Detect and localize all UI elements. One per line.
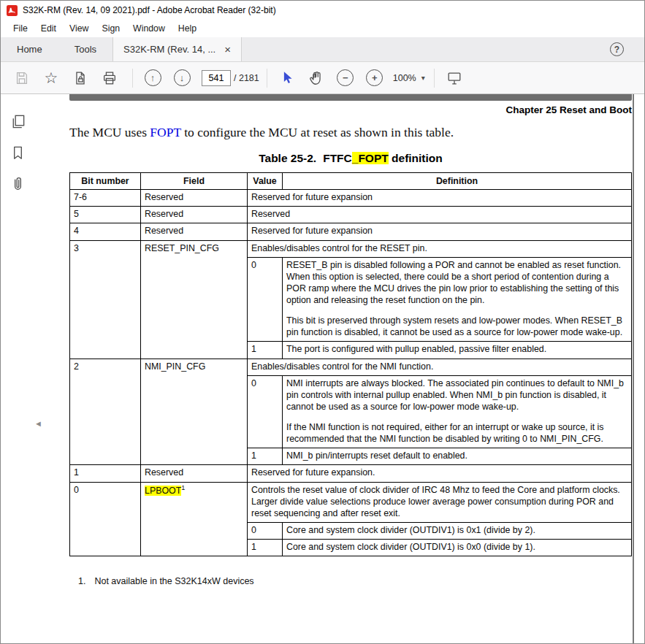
toolbar-separator — [434, 69, 435, 88]
fopt-table: Bit numberFieldValueDefinition 7-6Reserv… — [69, 172, 632, 556]
menu-edit[interactable]: Edit — [34, 21, 63, 36]
monitor-icon — [446, 70, 462, 86]
attachments-button[interactable] — [8, 175, 27, 193]
table-row: 7-6ReservedReserved for future expansion — [70, 190, 632, 207]
minus-icon: − — [337, 69, 354, 86]
table-cell: RESET_B pin is disabled following a POR … — [283, 257, 632, 342]
table-cell: 0 — [248, 375, 283, 448]
zoom-level-dropdown[interactable]: 100% ▾ — [393, 73, 425, 83]
table-row: 5ReservedReserved — [70, 207, 632, 223]
table-cell: NMI_b pin/interrupts reset default to en… — [283, 448, 632, 465]
page-thumbnails-icon — [9, 113, 26, 130]
select-tool-button[interactable] — [276, 67, 298, 89]
previous-page-button[interactable]: ↑ — [142, 67, 164, 89]
pdf-page: Chapter 25 Reset and Boot The MCU uses F… — [34, 94, 632, 586]
intro-text-pre: The MCU uses — [69, 125, 150, 139]
table-cell: 2 — [70, 359, 141, 465]
menu-bar: File Edit View Sign Window Help — [1, 20, 644, 37]
fopt-table-head-row: Bit numberFieldValueDefinition — [70, 173, 632, 190]
tab-tools[interactable]: Tools — [58, 37, 112, 61]
table-header: Field — [141, 173, 248, 190]
intro-paragraph: The MCU uses FOPT to configure the MCU a… — [69, 125, 632, 140]
title-bar: S32K-RM (Rev. 14, 09 2021).pdf - Adobe A… — [1, 1, 644, 20]
menu-window[interactable]: Window — [126, 21, 172, 36]
table-cell: RESET_PIN_CFG — [141, 240, 248, 359]
table-cell: Core and system clock divider (OUTDIV1) … — [283, 540, 632, 556]
tab-home[interactable]: Home — [1, 37, 58, 61]
print-button[interactable] — [99, 67, 121, 89]
window-title: S32K-RM (Rev. 14, 09 2021).pdf - Adobe A… — [23, 5, 276, 15]
table-cell: NMI interrupts are always blocked. The a… — [283, 375, 632, 448]
table-caption-name-post: definition — [389, 152, 443, 164]
star-icon: ☆ — [45, 70, 58, 85]
table-header: Definition — [283, 173, 632, 190]
table-cell: 0 — [70, 482, 141, 556]
save-icon — [14, 70, 30, 86]
app-body: ◄ Chapter 25 Reset and Boot The MCU uses… — [1, 94, 644, 643]
menu-help[interactable]: Help — [172, 21, 203, 36]
table-caption-label: Table 25-2. — [259, 152, 316, 164]
table-cell: Reserved — [141, 465, 248, 482]
table-row: 1ReservedReserved for future expansion. — [70, 465, 632, 482]
tab-close-icon[interactable]: × — [224, 44, 231, 55]
plus-icon: + — [366, 69, 383, 86]
table-cell: Reserved — [141, 190, 248, 207]
table-cell: Reserved for future expansion — [248, 190, 632, 207]
page-number-input[interactable] — [202, 70, 231, 86]
table-cell: Reserved — [141, 207, 248, 223]
toolbar: ☆ ↑ ↓ / 2181 — [1, 62, 644, 94]
table-header: Bit number — [70, 173, 141, 190]
fopt-link[interactable]: FOPT — [150, 125, 180, 139]
hand-icon — [308, 70, 324, 86]
table-cell: 1 — [248, 448, 283, 465]
table-row: 4ReservedReserved for future expansion — [70, 223, 632, 240]
toolbar-separator — [267, 69, 267, 88]
next-page-button[interactable]: ↓ — [171, 67, 193, 89]
page-thumbnails-button[interactable] — [8, 112, 27, 131]
footnote-number: 1. — [78, 576, 85, 586]
table-row: 0LPBOOT1Controls the reset value of cloc… — [70, 482, 632, 522]
page-edge-line — [633, 94, 634, 643]
document-lock-icon — [72, 70, 88, 86]
intro-text-post: to configure the MCU at reset as shown i… — [181, 125, 454, 139]
table-cell: 0 — [248, 522, 283, 539]
paperclip-icon — [9, 176, 26, 193]
arrow-down-icon: ↓ — [174, 69, 191, 86]
tab-bar: Home Tools S32K-RM (Rev. 14, ... × ? — [1, 37, 644, 62]
bookmark-icon — [9, 145, 26, 161]
print-icon — [102, 70, 118, 86]
table-header: Value — [248, 173, 283, 190]
pointer-icon — [279, 70, 295, 86]
panel-collapse-handle[interactable]: ◄ — [34, 420, 42, 428]
table-cell: Reserved for future expansion. — [248, 465, 632, 482]
menu-view[interactable]: View — [63, 21, 95, 36]
table-cell: 1 — [248, 342, 283, 359]
fopt-table-body: 7-6ReservedReserved for future expansion… — [70, 190, 632, 556]
table-cell: Enables/disables control for the RESET p… — [248, 240, 632, 257]
save-button[interactable] — [11, 67, 33, 89]
table-cell: 7-6 — [70, 190, 141, 207]
acrobat-pdf-icon — [7, 5, 18, 16]
arrow-up-icon: ↑ — [145, 69, 161, 86]
hand-tool-button[interactable] — [305, 67, 327, 89]
zoom-out-button[interactable]: − — [335, 67, 356, 89]
table-cell: Core and system clock divider (OUTDIV1) … — [283, 522, 632, 539]
tab-document[interactable]: S32K-RM (Rev. 14, ... × — [112, 37, 242, 61]
bookmarks-button[interactable] — [8, 143, 27, 162]
table-caption-name-pre: FTFC — [323, 152, 352, 164]
menu-file[interactable]: File — [7, 21, 34, 36]
menu-sign[interactable]: Sign — [95, 21, 126, 36]
table-cell: Enables/disables control for the NMI fun… — [248, 359, 632, 375]
table-cell: Reserved — [141, 223, 248, 240]
footnote: 1. Not available in the S32K14xW devices — [69, 576, 632, 586]
favorite-button[interactable]: ☆ — [40, 67, 62, 89]
help-icon[interactable]: ? — [610, 42, 624, 56]
table-cell: 0 — [248, 257, 283, 342]
table-cell: Controls the reset value of clock divide… — [248, 482, 632, 522]
chapter-header: Chapter 25 Reset and Boot — [69, 104, 632, 115]
protect-file-button[interactable] — [69, 67, 91, 89]
reading-mode-button[interactable] — [443, 67, 465, 89]
footnote-text: Not available in the S32K14xW devices — [94, 576, 253, 586]
zoom-in-button[interactable]: + — [364, 67, 386, 89]
acrobat-window: S32K-RM (Rev. 14, 09 2021).pdf - Adobe A… — [0, 0, 645, 644]
